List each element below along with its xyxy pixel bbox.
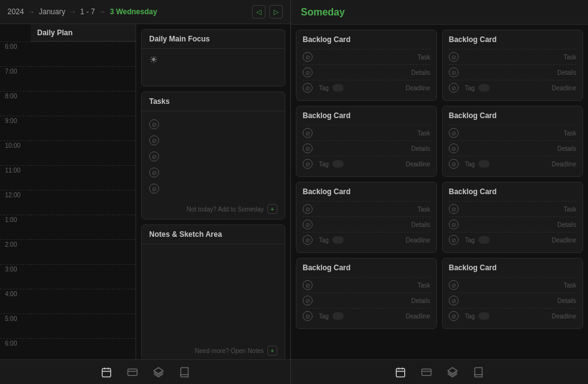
task-check[interactable]: ⊘ bbox=[149, 151, 159, 161]
backlog-row-details[interactable]: ⊘ Details bbox=[449, 292, 576, 308]
backlog-row-details[interactable]: ⊘ Details bbox=[303, 64, 430, 80]
backlog-row-details[interactable]: ⊘ Details bbox=[449, 64, 576, 80]
plan-slot[interactable] bbox=[31, 338, 136, 359]
backlog-row-tag[interactable]: ⊘ Tag Deadline bbox=[449, 308, 576, 323]
backlog-row-details[interactable]: ⊘ Details bbox=[303, 140, 430, 156]
plan-slot[interactable] bbox=[31, 91, 136, 116]
backlog-row-details[interactable]: ⊘ Details bbox=[303, 216, 430, 232]
tag-text: Tag bbox=[319, 161, 329, 168]
month-label: January bbox=[39, 7, 66, 16]
details-check-icon[interactable]: ⊘ bbox=[449, 67, 459, 77]
backlog-row-task[interactable]: ⊘ Task bbox=[303, 201, 430, 216]
backlog-row-task[interactable]: ⊘ Task bbox=[449, 49, 576, 64]
details-check-icon[interactable]: ⊘ bbox=[449, 220, 459, 229]
backlog-row-task[interactable]: ⊘ Task bbox=[449, 277, 576, 292]
details-check-icon[interactable]: ⊘ bbox=[449, 296, 459, 305]
nav-book-left[interactable] bbox=[179, 367, 190, 378]
details-check-icon[interactable]: ⊘ bbox=[303, 67, 313, 77]
details-label: Details bbox=[557, 221, 576, 228]
nav-layers-right[interactable] bbox=[447, 367, 458, 378]
time-slot: 12:00 bbox=[0, 190, 31, 215]
task-check-icon[interactable]: ⊘ bbox=[303, 280, 313, 290]
task-check-icon[interactable]: ⊘ bbox=[303, 52, 313, 62]
main-focus-body[interactable]: ☀ bbox=[142, 49, 285, 86]
task-check-icon[interactable]: ⊘ bbox=[449, 128, 459, 138]
task-item[interactable]: ⊘ bbox=[149, 181, 277, 197]
backlog-row-tag[interactable]: ⊘ Tag Deadline bbox=[303, 308, 430, 323]
details-check-icon[interactable]: ⊘ bbox=[303, 220, 313, 229]
task-check-icon[interactable]: ⊘ bbox=[449, 52, 459, 62]
task-item[interactable]: ⊘ bbox=[149, 148, 277, 164]
backlog-row-tag[interactable]: ⊘ Tag Deadline bbox=[303, 156, 430, 171]
backlog-row-tag[interactable]: ⊘ Tag Deadline bbox=[303, 80, 430, 95]
task-check-icon[interactable]: ⊘ bbox=[449, 204, 459, 214]
plan-slot[interactable] bbox=[31, 190, 136, 215]
backlog-row-tag[interactable]: ⊘ Tag Deadline bbox=[449, 80, 576, 95]
tag-check-icon[interactable]: ⊘ bbox=[449, 159, 459, 169]
task-check[interactable]: ⊘ bbox=[149, 119, 159, 129]
backlog-row-details[interactable]: ⊘ Details bbox=[449, 216, 576, 232]
plan-slot[interactable] bbox=[31, 66, 136, 91]
plan-slot[interactable] bbox=[31, 41, 136, 66]
nav-next-button[interactable]: ▷ bbox=[269, 5, 283, 19]
backlog-row-task[interactable]: ⊘ Task bbox=[303, 49, 430, 64]
task-item[interactable]: ⊘ bbox=[149, 164, 277, 181]
nav-card-right[interactable] bbox=[421, 367, 432, 378]
plan-slot[interactable] bbox=[31, 289, 136, 314]
tag-check-icon[interactable]: ⊘ bbox=[303, 235, 313, 245]
plan-slot[interactable] bbox=[31, 314, 136, 338]
backlog-row-details[interactable]: ⊘ Details bbox=[303, 292, 430, 308]
plan-slot[interactable] bbox=[31, 116, 136, 140]
left-panel: 2024 → January → 1 - 7 → 3 Wednesday ◁ ▷… bbox=[0, 0, 291, 384]
details-check-icon[interactable]: ⊘ bbox=[303, 296, 313, 305]
tag-check-icon[interactable]: ⊘ bbox=[449, 311, 459, 321]
plan-slot[interactable] bbox=[31, 165, 136, 190]
add-to-someday-button[interactable]: + bbox=[267, 204, 277, 214]
backlog-row-task[interactable]: ⊘ Task bbox=[303, 277, 430, 292]
tag-pill bbox=[478, 84, 490, 92]
tasks-header: Tasks bbox=[142, 92, 285, 111]
backlog-row-details[interactable]: ⊘ Details bbox=[449, 140, 576, 156]
nav-card-left[interactable] bbox=[127, 367, 138, 378]
tag-check-icon[interactable]: ⊘ bbox=[303, 311, 313, 321]
backlog-row-task[interactable]: ⊘ Task bbox=[303, 125, 430, 140]
tag-check-icon[interactable]: ⊘ bbox=[449, 83, 459, 93]
details-label: Details bbox=[411, 69, 430, 76]
task-item[interactable]: ⊘ bbox=[149, 116, 277, 132]
backlog-row-tag[interactable]: ⊘ Tag Deadline bbox=[449, 156, 576, 171]
task-item[interactable]: ⊘ bbox=[149, 132, 277, 148]
details-check-icon[interactable]: ⊘ bbox=[449, 143, 459, 153]
nav-calendar-left[interactable] bbox=[101, 367, 112, 378]
plan-slot[interactable] bbox=[31, 239, 136, 264]
task-check-icon[interactable]: ⊘ bbox=[449, 280, 459, 290]
backlog-row-tag[interactable]: ⊘ Tag Deadline bbox=[303, 232, 430, 247]
task-check-icon[interactable]: ⊘ bbox=[303, 128, 313, 138]
notes-body[interactable] bbox=[142, 244, 285, 343]
details-label: Details bbox=[557, 69, 576, 76]
plan-slot[interactable] bbox=[31, 215, 136, 239]
backlog-row-task[interactable]: ⊘ Task bbox=[449, 125, 576, 140]
nav-prev-button[interactable]: ◁ bbox=[252, 5, 266, 19]
deadline-label: Deadline bbox=[406, 313, 430, 320]
nav-book-right[interactable] bbox=[473, 367, 484, 378]
plan-slot[interactable] bbox=[31, 264, 136, 289]
not-today-bar: Not today? Add to Someday + bbox=[142, 202, 285, 219]
tag-pill bbox=[332, 160, 344, 168]
details-check-icon[interactable]: ⊘ bbox=[303, 143, 313, 153]
tag-check-icon[interactable]: ⊘ bbox=[303, 159, 313, 169]
task-check[interactable]: ⊘ bbox=[149, 135, 159, 145]
time-slot: 6:00 bbox=[0, 41, 31, 66]
task-check[interactable]: ⊘ bbox=[149, 168, 159, 177]
left-content: 6:007:008:009:0010:0011:0012:001:002:003… bbox=[0, 24, 290, 359]
backlog-row-task[interactable]: ⊘ Task bbox=[449, 201, 576, 216]
task-check[interactable]: ⊘ bbox=[149, 184, 159, 194]
task-check-icon[interactable]: ⊘ bbox=[303, 204, 313, 214]
backlog-card-title: Backlog Card bbox=[449, 187, 576, 196]
open-notes-button[interactable]: + bbox=[267, 346, 277, 356]
backlog-row-tag[interactable]: ⊘ Tag Deadline bbox=[449, 232, 576, 247]
tag-check-icon[interactable]: ⊘ bbox=[449, 235, 459, 245]
nav-calendar-right[interactable] bbox=[395, 367, 406, 378]
tag-check-icon[interactable]: ⊘ bbox=[303, 83, 313, 93]
nav-layers-left[interactable] bbox=[153, 367, 164, 378]
plan-slot[interactable] bbox=[31, 140, 136, 165]
